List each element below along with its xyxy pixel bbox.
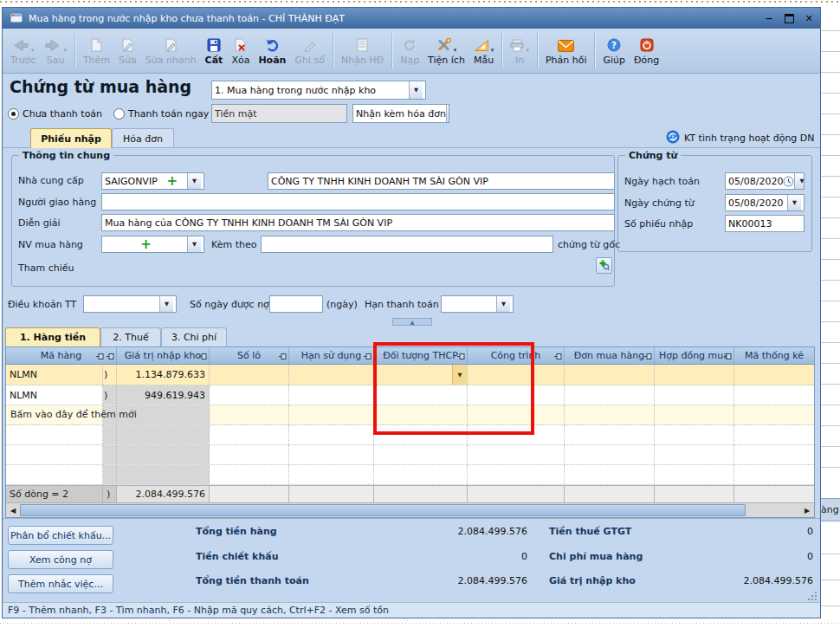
chevron-down-icon[interactable]: ▼ bbox=[794, 173, 804, 189]
table-row-2[interactable]: NLMN ) 949.619.943 bbox=[6, 385, 814, 405]
description-field[interactable]: Mua hàng của CÔNG TY TNHH KINH DOANH TM … bbox=[101, 214, 615, 231]
toolbar-nap-button[interactable]: Nạp bbox=[396, 35, 423, 68]
tab-chi-phi[interactable]: 3. Chi phí bbox=[161, 327, 227, 346]
radio-thanh-toan-ngay[interactable]: Thanh toán ngay bbox=[113, 108, 209, 120]
chevron-down-icon[interactable]: ▾ bbox=[454, 46, 457, 55]
supplier-code-combo[interactable]: SAIGONVIP + ▼ bbox=[101, 172, 204, 190]
pin-icon[interactable] bbox=[199, 352, 207, 363]
business-status-check-link[interactable]: t KT tình trạng hoạt động DN bbox=[666, 128, 815, 147]
phan-bo-chiet-khau-button[interactable]: Phân bổ chiết khấu... bbox=[8, 526, 113, 545]
pin-icon[interactable] bbox=[554, 352, 562, 363]
debt-days-field[interactable] bbox=[269, 295, 323, 313]
toolbar-mau-button[interactable]: ▾ Mẫu bbox=[469, 35, 499, 68]
table-row-add-new[interactable]: Bấm vào đây để thêm mới bbox=[6, 405, 814, 425]
table-row-empty[interactable] bbox=[6, 425, 814, 445]
chevron-down-icon[interactable]: ▼ bbox=[187, 173, 201, 189]
add-reference-button[interactable] bbox=[596, 257, 612, 274]
attach-field[interactable] bbox=[261, 236, 553, 253]
pin-icon[interactable] bbox=[457, 352, 465, 363]
chevron-down-icon[interactable]: ▼ bbox=[496, 296, 510, 312]
toolbar-xoa-button[interactable]: Xóa bbox=[227, 35, 254, 68]
column-header-don-mua-hang[interactable]: Đơn mua hàng bbox=[565, 347, 655, 364]
due-date-select[interactable]: ▼ bbox=[441, 295, 514, 313]
scroll-right-icon[interactable]: ▶ bbox=[800, 503, 814, 517]
deliverer-field[interactable] bbox=[101, 193, 615, 210]
resize-grip[interactable] bbox=[808, 592, 817, 600]
clock-icon[interactable] bbox=[783, 176, 794, 187]
pin-icon[interactable] bbox=[364, 352, 372, 363]
tab-phieu-nhap[interactable]: Phiếu nhập bbox=[30, 128, 112, 148]
pin-icon[interactable] bbox=[724, 352, 732, 363]
posting-date-picker[interactable]: 05/08/2020 ▼ bbox=[725, 172, 804, 190]
scrollbar-thumb[interactable] bbox=[20, 504, 746, 516]
column-header-doi-tuong-thcp[interactable]: Đối tượng THCP bbox=[374, 347, 468, 364]
chevron-down-icon[interactable]: ▼ bbox=[187, 236, 201, 252]
chevron-down-icon[interactable]: ▼ bbox=[446, 105, 449, 122]
toolbar-sua-nhanh-button[interactable]: Sửa nhanh bbox=[141, 35, 201, 68]
toolbar-dong-button[interactable]: Đóng bbox=[630, 35, 663, 68]
toolbar-sau-button[interactable]: ▾ Sau bbox=[40, 35, 71, 68]
tab-hang-tien[interactable]: 1. Hàng tiền bbox=[5, 327, 100, 346]
xem-cong-no-button[interactable]: Xem công nợ bbox=[8, 550, 113, 569]
receipt-no-field[interactable]: NK00013 bbox=[725, 215, 804, 232]
add-buyer-icon[interactable]: + bbox=[139, 239, 152, 249]
toolbar-hoan-button[interactable]: Hoãn bbox=[254, 35, 290, 68]
invoice-receive-select[interactable]: Nhận kèm hóa đơn ▼ bbox=[352, 104, 449, 123]
toolbar-tien-ich-button[interactable]: ▾ Tiện ích bbox=[423, 35, 469, 68]
toolbar-sua-button[interactable]: Sửa bbox=[114, 35, 141, 68]
radio-chua-thanh-toan[interactable]: Chưa thanh toán bbox=[8, 108, 102, 120]
horizontal-scrollbar[interactable]: ◀ ▶ bbox=[6, 502, 814, 517]
pin-icon[interactable] bbox=[107, 352, 114, 363]
document-date-picker[interactable]: 05/08/2020 ▼ bbox=[725, 194, 804, 211]
toolbar-cat-button[interactable]: Cất bbox=[201, 35, 228, 68]
cell-ma-hang[interactable]: NLMN bbox=[6, 365, 103, 385]
scroll-left-icon[interactable]: ◀ bbox=[6, 503, 20, 517]
cell-doi-tuong-thcp-combo[interactable]: ▼ bbox=[374, 365, 468, 385]
toolbar-them-button[interactable]: Thêm bbox=[79, 35, 114, 68]
purchase-type-select[interactable]: 1. Mua hàng trong nước nhập kho ▼ bbox=[211, 81, 426, 100]
buyer-combo[interactable]: + ▼ bbox=[101, 236, 204, 253]
cell-ma-hang[interactable]: NLMN bbox=[6, 385, 103, 405]
toolbar-ghi-so-button[interactable]: Ghi sổ bbox=[290, 35, 329, 68]
pin-icon[interactable] bbox=[96, 352, 104, 363]
chevron-down-icon[interactable]: ▼ bbox=[159, 296, 173, 312]
table-row-empty[interactable] bbox=[6, 445, 814, 465]
chevron-down-icon[interactable]: ▼ bbox=[787, 195, 801, 210]
maximize-button[interactable] bbox=[785, 14, 794, 23]
close-button[interactable]: ✕ bbox=[805, 13, 813, 24]
tab-hoa-don[interactable]: Hóa đơn bbox=[112, 128, 174, 148]
chevron-down-icon[interactable]: ▾ bbox=[491, 46, 494, 55]
table-row-1[interactable]: NLMN ) 1.134.879.633 ▼ bbox=[6, 365, 814, 385]
toolbar-phan-hoi-button[interactable]: Phản hồi bbox=[541, 35, 591, 68]
minimize-button[interactable]: − bbox=[766, 13, 773, 24]
title-bar[interactable]: Mua hàng trong nước nhập kho chưa thanh … bbox=[3, 8, 820, 29]
toolbar-giup-button[interactable]: ? Giúp bbox=[598, 35, 630, 68]
cell-gia-tri[interactable]: 949.619.943 bbox=[117, 385, 210, 405]
column-header-so-lo[interactable]: Số lô bbox=[210, 347, 289, 364]
column-header-ma-thong-ke[interactable]: Mã thống kê bbox=[734, 347, 814, 364]
chevron-down-icon[interactable]: ▾ bbox=[63, 46, 67, 55]
column-header-han-su-dung[interactable]: Hạn sử dụng bbox=[289, 347, 374, 364]
add-supplier-icon[interactable]: + bbox=[166, 176, 179, 186]
column-header-hop-dong-mua[interactable]: Hợp đồng mua bbox=[655, 347, 734, 364]
supplier-name-field[interactable]: CÔNG TY TNHH KINH DOANH TM SÀI GÒN VIP bbox=[268, 172, 615, 190]
column-header-gia-tri-nhap-kho[interactable]: Giá trị nhập kho bbox=[117, 347, 210, 364]
terms-select[interactable]: ▼ bbox=[83, 295, 177, 313]
toolbar-nhan-hd-button[interactable]: Nhận HĐ bbox=[337, 35, 388, 68]
toolbar-truoc-button[interactable]: ▾ Trước bbox=[6, 35, 40, 68]
chevron-down-icon[interactable]: ▾ bbox=[31, 46, 35, 55]
toolbar-in-button[interactable]: ▾ In bbox=[506, 35, 533, 68]
tab-thue[interactable]: 2. Thuế bbox=[100, 327, 161, 346]
pin-icon[interactable] bbox=[279, 352, 287, 363]
add-new-row-label[interactable]: Bấm vào đây để thêm mới bbox=[10, 409, 137, 420]
collapse-button[interactable]: ▲ bbox=[392, 318, 432, 326]
them-nhac-viec-button[interactable]: Thêm nhắc việc... bbox=[8, 574, 113, 593]
column-header-cong-trinh[interactable]: Công trình bbox=[468, 347, 565, 364]
chevron-down-icon[interactable]: ▾ bbox=[526, 46, 529, 55]
cell-gia-tri[interactable]: 1.134.879.633 bbox=[117, 365, 210, 385]
table-row-empty[interactable] bbox=[6, 465, 814, 485]
column-header-ma-hang[interactable]: Mã hàng bbox=[6, 347, 117, 364]
pin-icon[interactable] bbox=[644, 352, 652, 363]
chevron-down-icon[interactable]: ▼ bbox=[409, 81, 423, 99]
chevron-down-icon[interactable]: ▼ bbox=[452, 365, 467, 385]
